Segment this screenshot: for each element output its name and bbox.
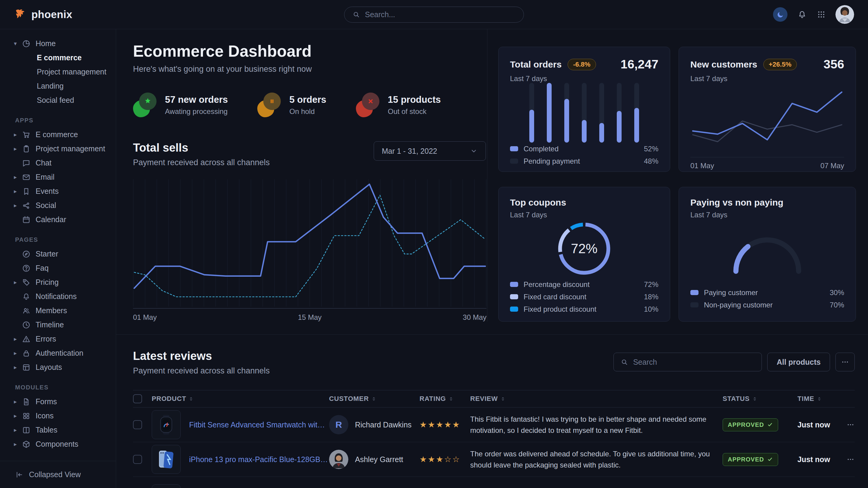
sidebar-item-errors[interactable]: ▸Errors — [0, 332, 116, 346]
page-title: Ecommerce Dashboard — [133, 42, 487, 60]
sidebar-item-components[interactable]: ▸Components — [0, 437, 116, 451]
legend-value: 18% — [644, 293, 658, 301]
collapsed-view-toggle[interactable]: Collapsed View — [0, 461, 116, 488]
all-products-button[interactable]: All products — [767, 353, 830, 371]
column-header-review: REVIEW — [470, 395, 723, 403]
legend-label: Non-paying customer — [704, 301, 773, 309]
review-time: Just now — [798, 455, 830, 464]
envelope-icon — [22, 173, 31, 182]
customer-avatar[interactable] — [329, 450, 348, 469]
calendar-icon — [22, 215, 31, 224]
sidebar-subitem-landing[interactable]: Landing — [0, 79, 116, 93]
stat-blob-icon — [356, 93, 379, 117]
sidebar-item-chat[interactable]: Chat — [0, 156, 116, 170]
reviews-search-input[interactable] — [633, 358, 755, 366]
sidebar-item-timeline[interactable]: Timeline — [0, 318, 116, 332]
ellipsis-icon[interactable] — [835, 353, 855, 371]
sidebar-item-events[interactable]: ▸Events — [0, 184, 116, 198]
row-more-icon[interactable] — [846, 455, 855, 464]
reviews-search[interactable] — [614, 353, 762, 371]
rating-cell: ★★★☆☆ — [420, 455, 470, 464]
select-all-checkbox[interactable] — [133, 394, 142, 403]
legend-item-completed: Completed52% — [510, 142, 658, 155]
sidebar-item-layouts[interactable]: ▸Layouts — [0, 360, 116, 375]
sidebar-item-e-commerce[interactable]: ▸E commerce — [0, 128, 116, 142]
sidebar-item-faq[interactable]: Faq — [0, 261, 116, 275]
row-checkbox[interactable] — [133, 420, 142, 429]
bar-fill — [529, 110, 534, 142]
product-link[interactable]: Fitbit Sense Advanced Smartwatch with To… — [189, 421, 329, 429]
paying-vs-nonpaying-card: Paying vs non paying Last 7 days Paying … — [679, 187, 856, 322]
notifications-bell-icon[interactable] — [797, 10, 807, 20]
sidebar-section-apps: APPS — [0, 107, 116, 128]
sidebar-item-label: Tables — [36, 426, 57, 434]
sidebar-item-icons[interactable]: ▸Icons — [0, 409, 116, 423]
sidebar-item-social[interactable]: ▸Social — [0, 198, 116, 213]
caret-right-icon: ▸ — [14, 350, 21, 357]
apps-grid-icon[interactable] — [817, 10, 826, 19]
stat-value: 15 products — [388, 94, 441, 105]
card-period: Last 7 days — [510, 74, 658, 83]
product-cell: Fitbit Sense Advanced Smartwatch with To… — [152, 408, 329, 442]
sidebar-item-label: Project management — [36, 144, 105, 153]
coupons-legend: Percentage discount72%Fixed card discoun… — [510, 278, 658, 315]
sidebar-item-members[interactable]: Members — [0, 303, 116, 318]
legend-value: 52% — [644, 145, 658, 153]
sidebar-item-label: Events — [36, 187, 59, 196]
row-more-icon[interactable] — [846, 421, 855, 429]
product-cell — [152, 482, 329, 488]
sidebar-item-notifications[interactable]: Notifications — [0, 289, 116, 303]
sidebar-item-label: Chat — [36, 159, 52, 167]
navbar-actions — [773, 5, 854, 24]
sidebar-item-tables[interactable]: ▸Tables — [0, 423, 116, 437]
stat-caption: Out of stock — [388, 107, 441, 116]
row-checkbox[interactable] — [133, 455, 142, 464]
sidebar-item-starter[interactable]: Starter — [0, 247, 116, 261]
pause-icon — [263, 93, 281, 110]
sidebar-item-pricing[interactable]: ▸Pricing — [0, 275, 116, 289]
top-coupons-card: Top coupons Last 7 days 72% Percentage d… — [498, 187, 670, 322]
sidebar-subitem-e-commerce[interactable]: E commerce — [0, 51, 116, 65]
sidebar-item-calendar[interactable]: Calendar — [0, 213, 116, 227]
sidebar-item-label: E commerce — [36, 130, 78, 139]
date-range-select[interactable]: Mar 1 - 31, 2022 — [374, 141, 486, 161]
customer-avatar[interactable]: R — [329, 415, 348, 434]
sidebar-subitem-social-feed[interactable]: Social feed — [0, 93, 116, 107]
column-header-label[interactable]: CUSTOMER — [329, 395, 376, 403]
order-bar — [529, 83, 534, 142]
column-header-label[interactable]: RATING — [420, 395, 470, 403]
row-checkbox-cell — [133, 455, 152, 464]
global-search[interactable] — [344, 7, 524, 23]
sidebar-item-label: Email — [36, 173, 55, 182]
sidebar-item-project-management[interactable]: ▸Project management — [0, 142, 116, 156]
x-tick: 15 May — [157, 313, 463, 322]
star-rating: ★★★★★ — [420, 420, 461, 429]
sidebar-item-email[interactable]: ▸Email — [0, 170, 116, 184]
user-avatar[interactable] — [835, 5, 854, 24]
column-header-rating: RATING — [420, 395, 470, 403]
product-thumbnail[interactable] — [152, 410, 181, 439]
product-thumbnail[interactable] — [152, 484, 181, 488]
global-search-input[interactable] — [365, 10, 516, 19]
product-link[interactable]: iPhone 13 pro max-Pacific Blue-128GB sto… — [189, 455, 329, 464]
sidebar-item-forms[interactable]: ▸Forms — [0, 395, 116, 409]
sidebar-item-label: Components — [36, 440, 79, 449]
search-icon — [352, 10, 360, 19]
sidebar-item-label: Notifications — [36, 292, 76, 301]
column-header-label[interactable]: STATUS — [723, 395, 798, 403]
brand-logo[interactable]: phoenix — [14, 8, 72, 21]
sidebar-item-authentication[interactable]: ▸Authentication — [0, 346, 116, 360]
column-header-label[interactable]: TIME — [798, 395, 840, 403]
clipboard-icon — [22, 144, 31, 154]
stat-value: 57 new orders — [165, 94, 228, 105]
sidebar-subitem-project-management[interactable]: Project management — [0, 65, 116, 79]
product-thumbnail[interactable] — [152, 445, 181, 474]
theme-toggle-button[interactable] — [773, 7, 787, 22]
new-customers-chart — [690, 83, 844, 155]
paying-legend: Paying customer30%Non-paying customer70% — [690, 286, 844, 311]
column-header-label[interactable]: PRODUCT — [152, 395, 194, 403]
order-bar — [547, 83, 552, 142]
column-header-label[interactable]: REVIEW — [470, 395, 714, 403]
new-customers-x-axis: 01 May 07 May — [690, 157, 844, 170]
sidebar-item-home[interactable]: ▾Home — [0, 36, 116, 51]
